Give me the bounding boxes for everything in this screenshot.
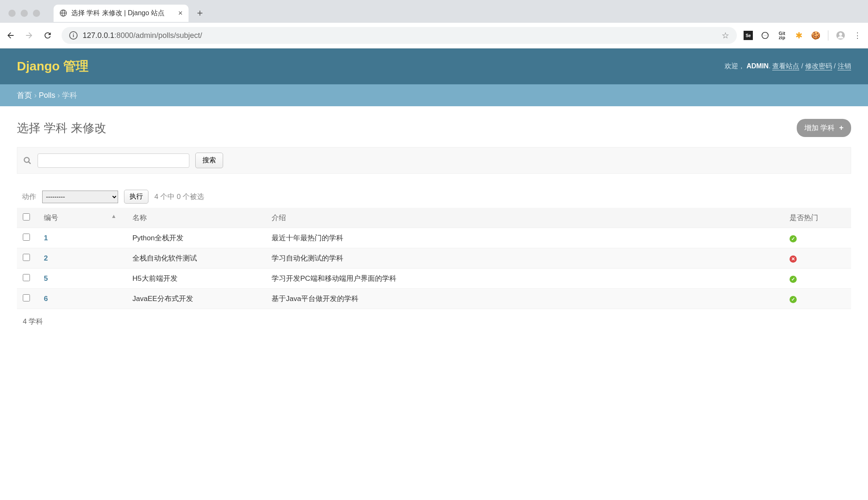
extension-icon-circle[interactable]: ⋯ bbox=[760, 31, 770, 40]
table-row: 2全栈自动化软件测试学习自动化测试的学科✕ bbox=[17, 248, 851, 269]
new-tab-button[interactable]: + bbox=[197, 7, 203, 19]
row-checkbox[interactable] bbox=[23, 294, 30, 301]
column-header-hot[interactable]: 是否热门 bbox=[784, 208, 851, 228]
table-row: 1Python全栈开发最近十年最热门的学科✓ bbox=[17, 228, 851, 248]
user-tools: 欢迎， ADMIN. 查看站点 / 修改密码 / 注销 bbox=[725, 62, 851, 71]
yes-icon: ✓ bbox=[790, 235, 797, 242]
search-icon bbox=[23, 156, 32, 165]
bookmark-star-icon[interactable]: ☆ bbox=[722, 30, 729, 40]
add-subject-button[interactable]: 增加 学科 + bbox=[797, 119, 851, 137]
svg-text:⋯: ⋯ bbox=[763, 33, 767, 38]
actions-label: 动作 bbox=[22, 192, 36, 202]
search-section: 搜索 bbox=[17, 147, 851, 174]
breadcrumb-home[interactable]: 首页 bbox=[17, 91, 32, 99]
content-header: 选择 学科 来修改 增加 学科 + bbox=[17, 119, 851, 137]
profile-avatar-icon[interactable] bbox=[836, 31, 845, 40]
breadcrumb: 首页 › Polls › 学科 bbox=[0, 84, 868, 106]
username: ADMIN bbox=[747, 62, 768, 70]
address-bar[interactable]: i 127.0.0.1:8000/admin/polls/subject/ ☆ bbox=[62, 27, 737, 44]
selenium-extension-icon[interactable]: Se bbox=[744, 31, 753, 40]
row-id-link[interactable]: 2 bbox=[44, 254, 48, 262]
browser-tab[interactable]: 选择 学科 来修改 | Django 站点 × bbox=[54, 5, 189, 22]
content: 选择 学科 来修改 增加 学科 + 搜索 动作 --------- 执行 4 个… bbox=[0, 106, 868, 347]
svg-point-6 bbox=[839, 33, 842, 36]
changelist-table: 编号 ▲ 名称 介绍 是否热门 1Python全栈开发最近十年最热门的学科✓2全… bbox=[17, 208, 851, 309]
select-all-checkbox[interactable] bbox=[23, 213, 30, 220]
extension-icons: Se ⋯ Gitzip ✱ 🍪 ⋮ bbox=[744, 30, 862, 40]
window-controls bbox=[8, 10, 40, 17]
globe-icon bbox=[59, 9, 67, 17]
close-window-button[interactable] bbox=[8, 10, 16, 17]
plus-icon: + bbox=[839, 124, 844, 132]
search-input[interactable] bbox=[38, 153, 189, 168]
svg-line-8 bbox=[29, 161, 31, 164]
table-row: 6JavaEE分布式开发基于Java平台做开发的学科✓ bbox=[17, 289, 851, 309]
back-button[interactable] bbox=[6, 31, 18, 40]
row-id-link[interactable]: 6 bbox=[44, 295, 48, 303]
row-hot: ✓ bbox=[784, 228, 851, 248]
row-intro: 学习开发PC端和移动端用户界面的学科 bbox=[266, 269, 784, 289]
browser-chrome: 选择 学科 来修改 | Django 站点 × + i 127.0.0.1:80… bbox=[0, 0, 868, 48]
row-name: 全栈自动化软件测试 bbox=[127, 248, 266, 269]
row-checkbox[interactable] bbox=[23, 234, 30, 241]
row-name: JavaEE分布式开发 bbox=[127, 289, 266, 309]
welcome-text: 欢迎， bbox=[725, 62, 745, 70]
gitzip-extension-icon[interactable]: Gitzip bbox=[777, 31, 787, 40]
site-brand[interactable]: Django 管理 bbox=[17, 58, 89, 75]
row-hot: ✕ bbox=[784, 248, 851, 269]
row-name: H5大前端开发 bbox=[127, 269, 266, 289]
row-intro: 基于Java平台做开发的学科 bbox=[266, 289, 784, 309]
add-button-label: 增加 学科 bbox=[804, 123, 835, 133]
yes-icon: ✓ bbox=[790, 296, 797, 303]
row-name: Python全栈开发 bbox=[127, 228, 266, 248]
column-header-intro[interactable]: 介绍 bbox=[266, 208, 784, 228]
reload-button[interactable] bbox=[43, 31, 55, 40]
sort-arrow-icon: ▲ bbox=[111, 213, 116, 219]
yes-icon: ✓ bbox=[790, 276, 797, 283]
select-all-header bbox=[17, 208, 38, 228]
row-id-link[interactable]: 5 bbox=[44, 274, 48, 282]
row-hot: ✓ bbox=[784, 269, 851, 289]
table-header-row: 编号 ▲ 名称 介绍 是否热门 bbox=[17, 208, 851, 228]
change-password-link[interactable]: 修改密码 bbox=[805, 62, 832, 70]
row-checkbox[interactable] bbox=[23, 274, 30, 281]
browser-menu-icon[interactable]: ⋮ bbox=[853, 31, 862, 40]
site-info-icon[interactable]: i bbox=[69, 31, 78, 40]
column-header-name[interactable]: 名称 bbox=[127, 208, 266, 228]
url-text: 127.0.0.1:8000/admin/polls/subject/ bbox=[83, 31, 202, 40]
extension-icon-star[interactable]: ✱ bbox=[794, 31, 803, 40]
view-site-link[interactable]: 查看站点 bbox=[772, 62, 799, 70]
no-icon: ✕ bbox=[790, 255, 797, 263]
breadcrumb-app[interactable]: Polls bbox=[39, 91, 55, 99]
search-button[interactable]: 搜索 bbox=[195, 153, 223, 168]
cookie-extension-icon[interactable]: 🍪 bbox=[811, 31, 820, 40]
breadcrumb-current: 学科 bbox=[62, 91, 77, 99]
column-header-id[interactable]: 编号 ▲ bbox=[38, 208, 127, 228]
close-tab-icon[interactable]: × bbox=[178, 9, 183, 18]
maximize-window-button[interactable] bbox=[33, 10, 40, 17]
actions-row: 动作 --------- 执行 4 个中 0 个被选 bbox=[17, 186, 851, 207]
logout-link[interactable]: 注销 bbox=[838, 62, 851, 70]
minimize-window-button[interactable] bbox=[21, 10, 28, 17]
page-title: 选择 学科 来修改 bbox=[17, 120, 106, 136]
toolbar-divider bbox=[828, 30, 828, 40]
admin-header: Django 管理 欢迎， ADMIN. 查看站点 / 修改密码 / 注销 bbox=[0, 48, 868, 84]
actions-go-button[interactable]: 执行 bbox=[124, 190, 148, 204]
row-id-link[interactable]: 1 bbox=[44, 234, 48, 242]
svg-point-7 bbox=[24, 157, 30, 162]
table-row: 5H5大前端开发学习开发PC端和移动端用户界面的学科✓ bbox=[17, 269, 851, 289]
actions-counter: 4 个中 0 个被选 bbox=[154, 192, 204, 202]
tab-bar: 选择 学科 来修改 | Django 站点 × + bbox=[0, 0, 868, 23]
browser-toolbar: i 127.0.0.1:8000/admin/polls/subject/ ☆ … bbox=[0, 23, 868, 48]
paginator: 4 学科 bbox=[17, 309, 851, 334]
forward-button[interactable] bbox=[24, 31, 36, 40]
row-hot: ✓ bbox=[784, 289, 851, 309]
tab-title: 选择 学科 来修改 | Django 站点 bbox=[71, 9, 174, 18]
row-intro: 学习自动化测试的学科 bbox=[266, 248, 784, 269]
row-checkbox[interactable] bbox=[23, 254, 30, 261]
actions-select[interactable]: --------- bbox=[42, 191, 118, 203]
row-intro: 最近十年最热门的学科 bbox=[266, 228, 784, 248]
